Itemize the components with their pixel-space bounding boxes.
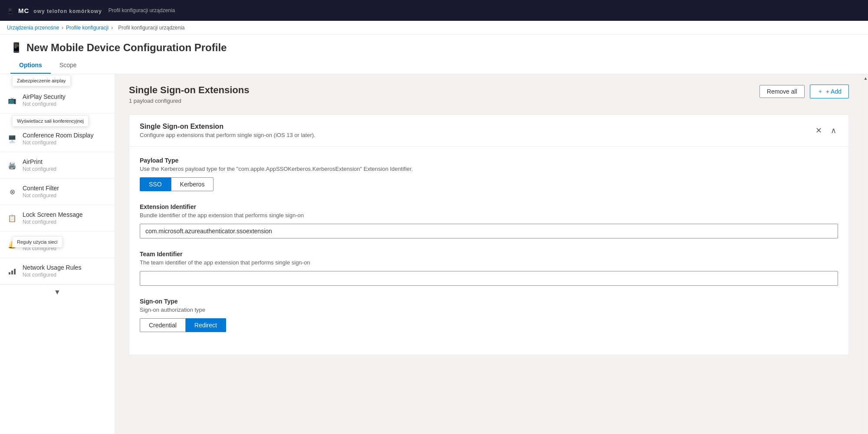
airprint-title: AirPrint [23, 158, 56, 165]
section-header: Single Sign-on Extensions 1 payload conf… [129, 85, 849, 104]
svg-rect-0 [9, 272, 10, 274]
sidebar-item-network-usage[interactable]: Network Usage Rules Not configured [0, 258, 115, 284]
payload-type-kerberos-btn[interactable]: Kerberos [171, 177, 214, 191]
conference-icon: 🖥️ [7, 134, 17, 144]
svg-rect-2 [14, 269, 16, 274]
tooltip-conference: Wyświetlacz sali konferencyjnej [12, 115, 89, 127]
team-identifier-input[interactable] [140, 271, 838, 286]
top-bar: 📱 MC owy telofon komórkowy Profil konfig… [0, 0, 868, 21]
section-subtitle: 1 payload configured [129, 98, 249, 104]
conference-title: Conference Room Display [23, 132, 93, 139]
team-identifier-desc: The team identifier of the app extension… [140, 259, 838, 266]
airplay-security-icon: 📺 [7, 95, 17, 105]
payload-type-desc: Use the Kerberos payload type for the "c… [140, 166, 838, 172]
extension-identifier-label: Extension Identifier [140, 203, 838, 210]
tooltip-network: Reguły użycia sieci [12, 236, 62, 248]
airprint-icon: 🖨️ [7, 160, 17, 170]
breadcrumb: Urządzenia przenośne › Profile konfigura… [0, 21, 868, 35]
airprint-subtitle: Not configured [23, 166, 56, 172]
signon-type-toggle: Credential Redirect [140, 318, 838, 332]
breadcrumb-profiles[interactable]: Profile konfiguracji [66, 25, 108, 31]
extension-identifier-input[interactable] [140, 224, 838, 238]
extension-identifier-desc: Bundle identifier of the app extension t… [140, 212, 838, 219]
page-header: 📱 New Mobile Device Configuration Profil… [0, 35, 868, 74]
scroll-up-arrow[interactable]: ▲ [862, 74, 868, 82]
breadcrumb-top: Profil konfiguracji urządzenia [105, 7, 175, 13]
sidebar: Zabezpieczenie airplay 📺 AirPlay Securit… [0, 74, 115, 434]
app-logo: 📱 MC owy telofon komórkowy [7, 6, 102, 15]
add-icon: ＋ [817, 88, 823, 95]
sidebar-scroll-down[interactable]: ▼ [0, 284, 115, 300]
tab-options[interactable]: Options [10, 57, 51, 74]
tab-scope[interactable]: Scope [51, 57, 85, 74]
sso-extension-card: Single Sign-on Extension Configure app e… [129, 114, 849, 355]
tooltip-airplay: Zabezpieczenie airplay [12, 75, 71, 86]
add-button[interactable]: ＋ + Add [810, 85, 849, 98]
breadcrumb-current: Profil konfiguracji urządzenia [118, 25, 184, 31]
card-title: Single Sign-on Extension [140, 123, 316, 131]
content-filter-subtitle: Not configured [23, 193, 59, 199]
remove-all-button[interactable]: Remove all [760, 85, 805, 98]
network-usage-icon [7, 266, 17, 276]
payload-type-section: Payload Type Use the Kerberos payload ty… [140, 157, 838, 191]
main-layout: Zabezpieczenie airplay 📺 AirPlay Securit… [0, 74, 868, 434]
sidebar-item-lock-screen[interactable]: 📋 Lock Screen Message Not configured [0, 205, 115, 232]
content-filter-title: Content Filter [23, 185, 59, 192]
conference-subtitle: Not configured [23, 140, 93, 146]
section-title: Single Sign-on Extensions [129, 85, 249, 96]
team-identifier-label: Team Identifier [140, 251, 838, 258]
signon-type-section: Sign-on Type Sign-on authorization type … [140, 298, 838, 332]
sidebar-item-airprint[interactable]: 🖨️ AirPrint Not configured [0, 152, 115, 179]
content-filter-icon: ⊗ [7, 186, 17, 197]
page-title: 📱 New Mobile Device Configuration Profil… [10, 42, 858, 54]
breadcrumb-mobile[interactable]: Urządzenia przenośne [7, 25, 59, 31]
lock-screen-icon: 📋 [7, 213, 17, 223]
signon-credential-btn[interactable]: Credential [140, 318, 186, 332]
card-collapse-button[interactable]: ∧ [829, 124, 838, 137]
content-area: Single Sign-on Extensions 1 payload conf… [115, 74, 863, 434]
payload-type-label: Payload Type [140, 157, 838, 164]
extension-identifier-section: Extension Identifier Bundle identifier o… [140, 203, 838, 238]
team-identifier-section: Team Identifier The team identifier of t… [140, 251, 838, 286]
card-description: Configure app extensions that perform si… [140, 132, 316, 138]
right-scrollbar: ▲ [863, 74, 868, 434]
page-icon: 📱 [10, 42, 22, 53]
signon-type-label: Sign-on Type [140, 298, 838, 305]
svg-rect-1 [11, 271, 13, 274]
card-body: Payload Type Use the Kerberos payload ty… [129, 147, 848, 355]
payload-type-toggle: SSO Kerberos [140, 177, 838, 191]
tabs-bar: Options Scope [10, 57, 858, 74]
scroll-down-icon: ▼ [54, 288, 61, 296]
signon-redirect-btn[interactable]: Redirect [186, 318, 226, 332]
airplay-security-title: AirPlay Security [23, 93, 66, 100]
sidebar-item-airplay-security[interactable]: 📺 AirPlay Security Not configured [0, 87, 115, 114]
signon-type-desc: Sign-on authorization type [140, 307, 838, 313]
airplay-security-subtitle: Not configured [23, 101, 66, 107]
network-usage-title: Network Usage Rules [23, 264, 81, 271]
lock-screen-title: Lock Screen Message [23, 211, 83, 218]
card-header: Single Sign-on Extension Configure app e… [129, 115, 848, 147]
lock-screen-subtitle: Not configured [23, 219, 83, 225]
sidebar-item-conference[interactable]: 🖥️ Conference Room Display Not configure… [0, 126, 115, 152]
sidebar-item-content-filter[interactable]: ⊗ Content Filter Not configured [0, 179, 115, 205]
card-close-button[interactable]: ✕ [814, 124, 824, 137]
network-usage-subtitle: Not configured [23, 272, 81, 278]
payload-type-sso-btn[interactable]: SSO [140, 177, 171, 191]
